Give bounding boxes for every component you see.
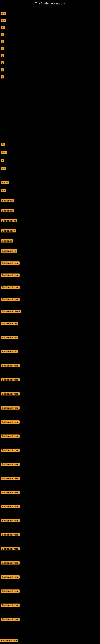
badge-b10: I — [1, 75, 3, 78]
badge-b27: Bottleneck result — [1, 310, 21, 313]
badge-b35: Bottleneck resu — [1, 420, 20, 424]
badge-b17: Bottleneck — [1, 199, 14, 202]
badge-b43: Bottleneck resu — [1, 533, 20, 536]
badge-b9: I — [1, 68, 3, 72]
badge-b19: Bottleneck re — [1, 219, 17, 222]
badge-b16: Bo — [1, 189, 6, 192]
badge-b41: Bottleneck resu — [1, 505, 20, 508]
badge-b28: Bottleneck res — [1, 322, 18, 325]
site-title: TheBottlenecker.com — [0, 0, 100, 6]
badge-b23: Bottleneck resu — [1, 262, 20, 265]
badge-b49: Bottleneck resu — [1, 618, 20, 621]
badge-b3: B — [1, 26, 4, 29]
badge-b50: Bottleneck rest — [0, 639, 18, 642]
badge-b8: E — [1, 61, 4, 64]
badge-b40: Bottleneck resu — [1, 491, 20, 494]
badge-b39: Bottleneck resu — [1, 477, 20, 480]
badge-b15: Bottle — [1, 181, 9, 184]
badge-b5: E — [1, 40, 4, 43]
badge-b31: Bottleneck resu — [1, 364, 20, 367]
badge-b25: Bottleneck resu — [1, 286, 20, 289]
badge-b46: Bottleneck resu — [1, 575, 20, 578]
badge-b36: Bottleneck resu — [1, 434, 20, 438]
badge-b47: Bottleneck resu — [1, 590, 20, 593]
badge-b20: Bottleneck r — [1, 229, 16, 232]
badge-b34: Bottleneck resu — [1, 406, 20, 410]
badge-b42: Bottleneck resu — [1, 519, 20, 522]
badge-b48: Bottleneck resu — [1, 604, 20, 607]
badge-b13: E — [1, 159, 4, 162]
badge-b14: Bo — [1, 167, 6, 170]
badge-b30: Bottleneck res — [1, 350, 18, 353]
badge-b7: E — [1, 54, 4, 57]
badge-b37: Bottleneck resu — [1, 448, 20, 452]
badge-b21: Bottlenec — [1, 239, 13, 242]
badge-b12: Bott — [1, 151, 7, 154]
badge-b24: Bottleneck resu — [1, 274, 20, 277]
badge-b44: Bottleneck resu — [1, 547, 20, 550]
badge-b26: Bottleneck resu — [1, 298, 20, 301]
badge-b2: Bo — [1, 19, 6, 22]
badge-b45: Bottleneck resu — [1, 561, 20, 564]
badge-b22: Bottleneck re — [1, 249, 17, 252]
badge-b32: Bottleneck resu — [1, 378, 20, 381]
badge-b38: Bottleneck resu — [1, 463, 20, 466]
badge-b29: Bottleneck res — [1, 336, 18, 339]
badge-b6: I — [1, 47, 3, 50]
badge-b18: Bottleneck — [1, 209, 14, 212]
badge-b11: B — [1, 143, 4, 146]
badge-b33: Bottleneck resu — [1, 392, 20, 396]
badge-b1: Bo — [1, 12, 6, 15]
badge-b4: E — [1, 33, 4, 36]
